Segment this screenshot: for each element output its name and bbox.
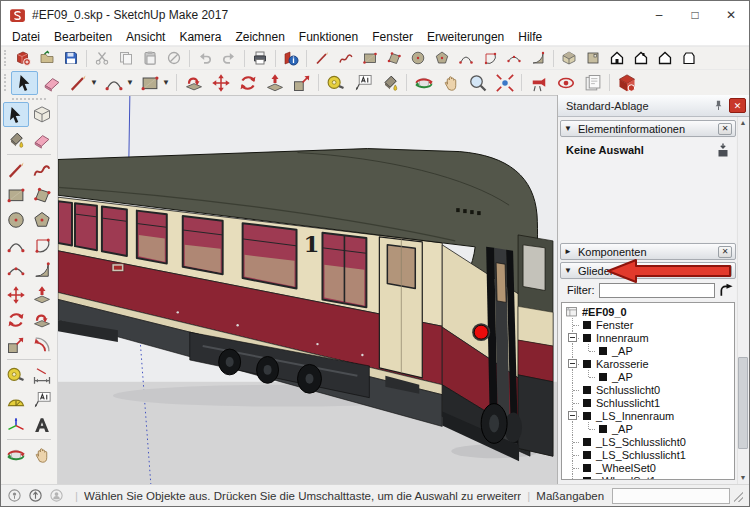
- collapse-expander-icon[interactable]: [568, 359, 577, 368]
- menu-erweiterungen[interactable]: Erweiterungen: [420, 29, 511, 45]
- polygon-tool-button[interactable]: [430, 48, 454, 68]
- circle-tool-button[interactable]: [3, 207, 29, 232]
- menu-bearbeiten[interactable]: Bearbeiten: [47, 29, 119, 45]
- text-tool-button[interactable]: [349, 71, 376, 95]
- push-pull-button[interactable]: [29, 282, 55, 307]
- pie-filled-button[interactable]: [526, 48, 550, 68]
- make-component-button[interactable]: [29, 102, 55, 127]
- outliner-item-fenster[interactable]: Fenster: [565, 318, 734, 331]
- arc3-tool-button[interactable]: [3, 257, 29, 282]
- scroll-thumb[interactable]: [738, 357, 748, 449]
- view-back-button[interactable]: [653, 48, 677, 68]
- geolocation-button[interactable]: [6, 487, 23, 504]
- pan-button[interactable]: [437, 71, 464, 95]
- tray-close-button[interactable]: ✕: [729, 98, 746, 113]
- menu-kamera[interactable]: Kamera: [172, 29, 228, 45]
- save-button[interactable]: [59, 48, 83, 68]
- move-button[interactable]: [207, 71, 234, 95]
- arc-tool-button[interactable]: ▼: [101, 71, 137, 95]
- tray-scrollbar[interactable]: ▲ ▼: [737, 117, 749, 484]
- outliner-item--wheelset0[interactable]: _WheelSet0: [565, 461, 734, 474]
- outliner-item-schlusslicht1[interactable]: Schlusslicht1: [565, 396, 734, 409]
- rotate-button[interactable]: [234, 71, 261, 95]
- measurements-input[interactable]: [612, 488, 730, 504]
- line-button[interactable]: [310, 48, 334, 68]
- outliner-item--ap[interactable]: _AP: [565, 422, 734, 435]
- dimension-tool-button[interactable]: [29, 362, 55, 387]
- text-tool-button[interactable]: [29, 387, 55, 412]
- menu-funktionen[interactable]: Funktionen: [292, 29, 365, 45]
- 3d-viewport[interactable]: 1: [58, 96, 557, 484]
- details-toggle-icon[interactable]: [715, 142, 732, 159]
- paint-bucket-button[interactable]: [376, 71, 403, 95]
- outliner-item--ls-schlusslicht0[interactable]: _LS_Schlusslicht0: [565, 435, 734, 448]
- components-close-button[interactable]: ✕: [718, 246, 732, 258]
- panel-header-components[interactable]: ► Komponenten ✕: [560, 243, 736, 260]
- rotated-rectangle-button[interactable]: [382, 48, 406, 68]
- select-button[interactable]: [3, 102, 29, 127]
- outliner-item--ls-innenraum[interactable]: _LS_Innenraum: [565, 409, 734, 422]
- send-to-layout-button[interactable]: [579, 71, 606, 95]
- open-button[interactable]: [35, 48, 59, 68]
- minimize-button[interactable]: –: [641, 1, 677, 29]
- follow-me-button[interactable]: [29, 307, 55, 332]
- pin-icon[interactable]: [710, 98, 726, 114]
- circle-tool-button[interactable]: [406, 48, 430, 68]
- filter-input[interactable]: [599, 283, 716, 298]
- rotated-rectangle-button[interactable]: [29, 182, 55, 207]
- axes-tool-button[interactable]: [3, 412, 29, 437]
- resize-grip[interactable]: [734, 490, 743, 502]
- outliner-item--ef09-0[interactable]: #EF09_0: [565, 305, 734, 318]
- rectangle-button[interactable]: ▼: [137, 71, 173, 95]
- extension-warehouse-button[interactable]: [613, 71, 640, 95]
- dropdown-caret-icon[interactable]: ▼: [90, 78, 98, 87]
- outliner-item-schlusslicht0[interactable]: Schlusslicht0: [565, 383, 734, 396]
- outliner-item--ap[interactable]: _AP: [565, 370, 734, 383]
- push-pull-button[interactable]: [261, 71, 288, 95]
- panel-header-outliner[interactable]: ▼ Gliederung ✕: [560, 262, 736, 279]
- freehand-button[interactable]: [334, 48, 358, 68]
- view-left-button[interactable]: [677, 48, 701, 68]
- polygon-tool-button[interactable]: [29, 207, 55, 232]
- arc-tool-button[interactable]: [454, 48, 478, 68]
- scale-button[interactable]: [3, 332, 29, 357]
- eraser-button[interactable]: [29, 127, 55, 152]
- zoom-button[interactable]: [464, 71, 491, 95]
- eraser-button[interactable]: [38, 71, 65, 95]
- menu-datei[interactable]: Datei: [5, 29, 47, 45]
- view-top-button[interactable]: [581, 48, 605, 68]
- pan-button[interactable]: [29, 442, 55, 467]
- menu-ansicht[interactable]: Ansicht: [119, 29, 172, 45]
- outliner-item-karosserie[interactable]: Karosserie: [565, 357, 734, 370]
- offset-button[interactable]: [29, 332, 55, 357]
- position-camera-button[interactable]: [525, 71, 552, 95]
- dropdown-caret-icon[interactable]: ▼: [162, 78, 170, 87]
- tape-measure-button[interactable]: [3, 362, 29, 387]
- tape-measure-button[interactable]: [322, 71, 349, 95]
- follow-me-button[interactable]: [180, 71, 207, 95]
- look-around-button[interactable]: [552, 71, 579, 95]
- text3d-button[interactable]: [29, 412, 55, 437]
- filter-details-icon[interactable]: [718, 282, 735, 299]
- freehand-button[interactable]: [29, 157, 55, 182]
- outliner-item--wheelset1[interactable]: _WheelSet1: [565, 474, 734, 480]
- move-button[interactable]: [3, 282, 29, 307]
- credits-button[interactable]: [27, 487, 44, 504]
- view-front-button[interactable]: [605, 48, 629, 68]
- panel-header-entity-info[interactable]: ▼ Elementinformationen ✕: [560, 120, 736, 137]
- rectangle-button[interactable]: [358, 48, 382, 68]
- menu-fenster[interactable]: Fenster: [365, 29, 420, 45]
- rotate-button[interactable]: [3, 307, 29, 332]
- maximize-button[interactable]: □: [677, 1, 713, 29]
- scroll-up-icon[interactable]: ▲: [737, 117, 749, 129]
- entity-info-close-button[interactable]: ✕: [718, 123, 732, 135]
- collapse-expander-icon[interactable]: [568, 333, 577, 342]
- pie-filled-button[interactable]: [29, 257, 55, 282]
- line-button[interactable]: ▼: [65, 71, 101, 95]
- orbit-button[interactable]: [3, 442, 29, 467]
- new-button[interactable]: [11, 48, 35, 68]
- outliner-item-innenraum[interactable]: Innenraum: [565, 331, 734, 344]
- outliner-item--ls-schlusslicht1[interactable]: _LS_Schlusslicht1: [565, 448, 734, 461]
- collapse-expander-icon[interactable]: [568, 411, 577, 420]
- zoom-extents-button[interactable]: [491, 71, 518, 95]
